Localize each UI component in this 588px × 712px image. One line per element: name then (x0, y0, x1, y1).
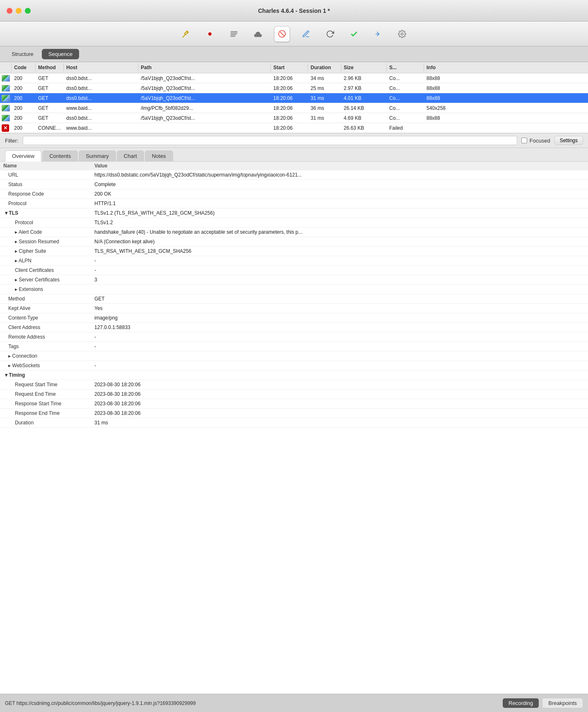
tab-summary[interactable]: Summary (79, 150, 116, 161)
row-host: www.baid... (64, 124, 138, 132)
detail-value (91, 285, 588, 294)
row-host: www.baid... (64, 104, 138, 112)
table-row[interactable]: 200 GET dss0.bdst... /5aV1bjqh_Q23odCf/s… (0, 113, 588, 123)
row-size: 4.01 KB (341, 94, 387, 102)
row-status: Co... (387, 85, 424, 92)
table-body: 200 GET dss0.bdst... /5aV1bjqh_Q23odCf/s… (0, 73, 588, 133)
cloud-button[interactable] (250, 26, 266, 42)
detail-name: ▸ Alert Code (0, 228, 91, 237)
detail-name: Status (0, 180, 91, 189)
tab-notes[interactable]: Notes (145, 150, 173, 161)
row-method: CONNECT (36, 124, 64, 132)
row-info: 88x88 (424, 114, 588, 122)
table-row[interactable]: 200 GET dss0.bdst... /5aV1bjqh_Q23odCf/s… (0, 93, 588, 103)
row-method: GET (36, 114, 64, 122)
broom-button[interactable] (178, 26, 194, 42)
nav-tabs: Structure Sequence (0, 46, 588, 62)
detail-value: Yes (91, 304, 588, 313)
focused-checkbox[interactable] (521, 138, 527, 143)
stream-button[interactable] (226, 26, 242, 42)
row-start: 18:20:06 (271, 104, 308, 112)
error-icon: ✕ (2, 124, 9, 132)
overview-row: Client Address 127.0.0.1:58833 (0, 323, 588, 332)
image-icon (2, 105, 10, 111)
overview-row: ▸ Connection (0, 351, 588, 361)
detail-value: Complete (91, 180, 588, 189)
overview-row: URL https://dss0.bdstatic.com/5aV1bjqh_Q… (0, 170, 588, 180)
detail-value: TLSv1.2 (TLS_RSA_WITH_AES_128_GCM_SHA256… (91, 208, 588, 218)
gear-button[interactable] (394, 26, 410, 42)
tab-contents[interactable]: Contents (42, 150, 78, 161)
overview-row: Request Start Time 2023-08-30 18:20:06 (0, 380, 588, 390)
col-icon (0, 63, 12, 72)
col-start: Start (271, 63, 308, 72)
col-info: Info (424, 63, 588, 72)
detail-name: ▾ Timing (0, 371, 91, 380)
detail-name: ▸ WebSockets (0, 361, 91, 371)
tab-structure[interactable]: Structure (5, 49, 40, 59)
col-method: Method (36, 63, 64, 72)
row-info: 88x88 (424, 85, 588, 92)
image-icon (2, 95, 10, 102)
table-row[interactable]: 200 GET dss0.bdst... /5aV1bjqh_Q23odCf/s… (0, 73, 588, 83)
row-path: /5aV1bjqh_Q23odCf/st... (138, 114, 271, 122)
detail-value: TLS_RSA_WITH_AES_128_GCM_SHA256 (91, 247, 588, 256)
window-title: Charles 4.6.4 - Session 1 * (258, 7, 330, 14)
table-row[interactable]: 200 GET dss0.bdst... /5aV1bjqh_Q23odCf/s… (0, 83, 588, 93)
row-path: /5aV1bjqh_Q23odCf/st... (138, 85, 271, 92)
recording-button[interactable]: Recording (503, 698, 539, 708)
row-path: /5aV1bjqh_Q23odCf/st... (138, 75, 271, 82)
row-duration: 31 ms (308, 114, 341, 122)
detail-name: Remote Address (0, 332, 91, 342)
refresh-button[interactable] (322, 26, 338, 42)
row-status: Co... (387, 114, 424, 122)
minimize-button[interactable] (16, 8, 22, 14)
intercept-button[interactable]: 🚫 (274, 26, 290, 42)
overview-row: ▸ ALPN - (0, 256, 588, 266)
filter-input[interactable] (23, 136, 517, 145)
maximize-button[interactable] (25, 8, 31, 14)
detail-value: 200 OK (91, 189, 588, 199)
row-icon-cell (0, 94, 12, 102)
focused-area: Focused (521, 138, 550, 144)
overview-value-header: Value (91, 162, 588, 170)
window-controls (7, 8, 31, 14)
overview-row: Method GET (0, 294, 588, 304)
detail-value: 127.0.0.1:58833 (91, 323, 588, 332)
overview-row: Kept Alive Yes (0, 304, 588, 313)
tab-sequence[interactable]: Sequence (42, 49, 80, 59)
overview-row: Protocol TLSv1.2 (0, 218, 588, 228)
overview-row: Status Complete (0, 180, 588, 189)
status-bar: GET https://csdnimg.cn/public/common/lib… (0, 694, 588, 712)
table-row[interactable]: 200 GET www.baid... /img/PCfb_5bf082d29.… (0, 103, 588, 113)
record-button[interactable]: ● (202, 26, 218, 42)
detail-value: - (91, 266, 588, 275)
table-row[interactable]: ✕ 200 CONNECT www.baid... 18:20:06 26.63… (0, 123, 588, 133)
detail-value (91, 371, 588, 380)
detail-value: - (91, 256, 588, 266)
overview-row: Client Certificates - (0, 266, 588, 275)
row-size: 2.97 KB (341, 85, 387, 92)
overview-row: ▸ WebSockets - (0, 361, 588, 371)
detail-name: Protocol (0, 218, 91, 228)
detail-value: TLSv1.2 (91, 218, 588, 228)
overview-row: Request End Time 2023-08-30 18:20:06 (0, 390, 588, 399)
overview-row: ▸ Cipher Suite TLS_RSA_WITH_AES_128_GCM_… (0, 247, 588, 256)
detail-value: 2023-08-30 18:20:06 (91, 409, 588, 418)
check-button[interactable] (346, 26, 362, 42)
settings-button[interactable]: Settings (554, 136, 583, 145)
breakpoints-button[interactable]: Breakpoints (542, 698, 583, 708)
detail-value: 2023-08-30 18:20:06 (91, 390, 588, 399)
tab-overview[interactable]: Overview (5, 150, 41, 162)
row-path: /img/PCfb_5bf082d29... (138, 104, 271, 112)
close-button[interactable] (7, 8, 12, 14)
detail-value: 3 (91, 275, 588, 285)
col-code: Code (12, 63, 36, 72)
detail-value: - (91, 332, 588, 342)
arrow-button[interactable] (370, 26, 386, 42)
col-size: Size (341, 63, 387, 72)
detail-name: Protocol (0, 199, 91, 208)
pencil-button[interactable] (298, 26, 314, 42)
tab-chart[interactable]: Chart (117, 150, 144, 161)
detail-tabs: Overview Contents Summary Chart Notes (0, 148, 588, 162)
